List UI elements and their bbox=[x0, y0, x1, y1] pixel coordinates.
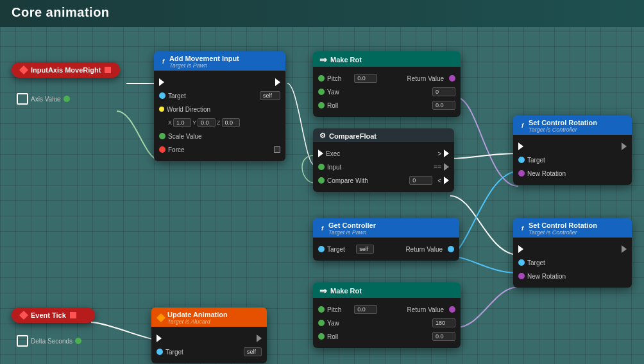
pitch-pin bbox=[318, 75, 325, 82]
yaw-input[interactable] bbox=[432, 87, 455, 96]
compare-float-node[interactable]: ⚙ CompareFloat Exec > Input == Compare W… bbox=[313, 128, 454, 192]
compare-float-header: ⚙ CompareFloat bbox=[313, 128, 454, 142]
scr2-exec-out bbox=[622, 245, 627, 253]
cf-compare-row: Compare With < bbox=[318, 175, 449, 186]
cf-input-row: Input == bbox=[318, 161, 449, 173]
make-rot-2-title: Make Rot bbox=[330, 287, 362, 295]
scr1-subtitle: Target is Controller bbox=[529, 126, 597, 133]
mr2-roll-input[interactable] bbox=[432, 332, 455, 341]
ua-exec-in bbox=[157, 334, 162, 342]
get-controller-body: Target Return Value bbox=[313, 238, 459, 261]
make-rot-2-node[interactable]: ⇒ Make Rot Pitch Return Value Yaw Roll bbox=[313, 282, 461, 348]
mr2-pitch-row: Pitch Return Value bbox=[318, 304, 455, 315]
scale-label: Scale Value bbox=[168, 133, 280, 140]
target-input[interactable] bbox=[260, 91, 280, 100]
update-anim-title: Update Animation bbox=[167, 311, 228, 318]
cf-exec-in bbox=[318, 150, 323, 157]
wd-z-input[interactable] bbox=[222, 118, 240, 127]
gc-return-pin bbox=[448, 246, 454, 252]
event-square-icon bbox=[105, 67, 111, 73]
scr2-exec-row bbox=[518, 243, 627, 255]
world-dir-inputs: X Y Z bbox=[159, 117, 280, 128]
mr2-yaw-row: Yaw bbox=[318, 317, 455, 329]
ua-target-input[interactable] bbox=[244, 347, 262, 356]
event-tick-diamond bbox=[19, 311, 28, 320]
make-rot-1-title: Make Rot bbox=[330, 56, 362, 64]
inputaxis-node[interactable]: InputAxis MoveRight bbox=[12, 62, 120, 78]
exec-in-icon bbox=[159, 78, 164, 86]
gc-target-row: Target Return Value bbox=[318, 243, 454, 255]
cf-compare-pin bbox=[318, 177, 325, 184]
mr2-yaw-input[interactable] bbox=[432, 318, 455, 327]
scr2-subtitle: Target is Controller bbox=[529, 229, 597, 236]
make-rot-2-body: Pitch Return Value Yaw Roll bbox=[313, 298, 461, 348]
yaw-pin bbox=[318, 89, 325, 95]
roll-pin bbox=[318, 102, 325, 108]
title-bar: Core animation bbox=[0, 0, 644, 27]
scr2-newrot-row: New Rotation bbox=[518, 270, 627, 282]
exec-out-icon bbox=[275, 78, 280, 86]
scr2-title: Set Control Rotation bbox=[529, 221, 597, 229]
roll-input[interactable] bbox=[432, 101, 455, 110]
pitch-input[interactable] bbox=[354, 74, 377, 83]
scr2-exec-in bbox=[518, 245, 523, 253]
canvas: InputAxis MoveRight Axis Value f Add Mov… bbox=[0, 27, 644, 364]
scr2-body: Target New Rotation bbox=[513, 238, 632, 288]
event-tick-node[interactable]: Event Tick bbox=[12, 308, 95, 323]
scr1-target-pin bbox=[518, 157, 525, 163]
force-label: Force bbox=[168, 146, 271, 153]
cf-exec-lt bbox=[444, 177, 449, 184]
add-movement-node[interactable]: f Add Movement Input Target is Pawn Targ… bbox=[154, 51, 285, 161]
scale-pin bbox=[159, 133, 165, 139]
scr1-exec-row bbox=[518, 141, 627, 152]
axis-value-label: Axis Value bbox=[31, 96, 61, 103]
scr2-newrot-pin bbox=[518, 273, 525, 279]
wd-y-input[interactable] bbox=[198, 118, 216, 127]
wd-x-input[interactable] bbox=[173, 118, 191, 127]
update-anim-subtitle: Target is Alucard bbox=[167, 318, 228, 325]
mr2-return-pin bbox=[449, 306, 455, 313]
mr2-roll-row: Roll bbox=[318, 331, 455, 342]
update-anim-header: Update Animation Target is Alucard bbox=[151, 308, 267, 327]
set-control-rot-2-node[interactable]: f Set Control Rotation Target is Control… bbox=[513, 218, 632, 288]
get-controller-node[interactable]: f Get Controller Target is Pawn Target R… bbox=[313, 218, 459, 261]
force-checkbox[interactable] bbox=[274, 146, 280, 153]
scr1-body: Target New Rotation bbox=[513, 135, 632, 185]
inputaxis-label: InputAxis MoveRight bbox=[31, 66, 101, 74]
scr1-newrot-pin bbox=[518, 170, 525, 177]
scr1-exec-out bbox=[622, 143, 627, 150]
compare-float-title: CompareFloat bbox=[329, 132, 377, 140]
set-control-rot-1-node[interactable]: f Set Control Rotation Target is Control… bbox=[513, 116, 632, 185]
ua-target-row: Target bbox=[157, 346, 262, 358]
scr1-target-row: Target bbox=[518, 154, 627, 166]
delta-seconds-label: Delta Seconds bbox=[31, 338, 72, 345]
update-anim-node[interactable]: Update Animation Target is Alucard Targe… bbox=[151, 308, 267, 363]
add-movement-subtitle: Target is Pawn bbox=[169, 62, 239, 69]
mr2-pitch-pin bbox=[318, 306, 325, 313]
target-row: Target bbox=[159, 90, 280, 101]
gc-target-input[interactable] bbox=[356, 245, 374, 254]
update-anim-body: Target bbox=[151, 327, 267, 363]
axis-value-pin bbox=[64, 96, 70, 102]
compare-float-body: Exec > Input == Compare With < bbox=[313, 142, 454, 192]
world-dir-label: World Direction bbox=[167, 106, 280, 113]
add-movement-title: Add Movement Input bbox=[169, 55, 239, 62]
mr2-yaw-pin bbox=[318, 320, 325, 326]
target-pin bbox=[159, 92, 165, 99]
cf-compare-input[interactable] bbox=[409, 176, 432, 185]
make-rot-1-body: Pitch Return Value Yaw Roll bbox=[313, 67, 461, 117]
yaw-row: Yaw bbox=[318, 86, 455, 98]
cf-exec-eq bbox=[444, 163, 449, 171]
gc-return-label: Return Value bbox=[405, 246, 443, 253]
exec-row bbox=[159, 76, 280, 88]
make-rot-1-node[interactable]: ⇒ Make Rot Pitch Return Value Yaw Roll bbox=[313, 51, 461, 117]
get-controller-title: Get Controller bbox=[328, 221, 376, 229]
scr1-title: Set Control Rotation bbox=[529, 119, 597, 126]
pitch-row: Pitch Return Value bbox=[318, 73, 455, 84]
mr2-pitch-input[interactable] bbox=[354, 305, 377, 314]
add-movement-header: f Add Movement Input Target is Pawn bbox=[154, 51, 285, 71]
mr2-roll-pin bbox=[318, 333, 325, 340]
scr2-header: f Set Control Rotation Target is Control… bbox=[513, 218, 632, 238]
page-title: Core animation bbox=[12, 5, 110, 19]
scr1-newrot-row: New Rotation bbox=[518, 168, 627, 179]
